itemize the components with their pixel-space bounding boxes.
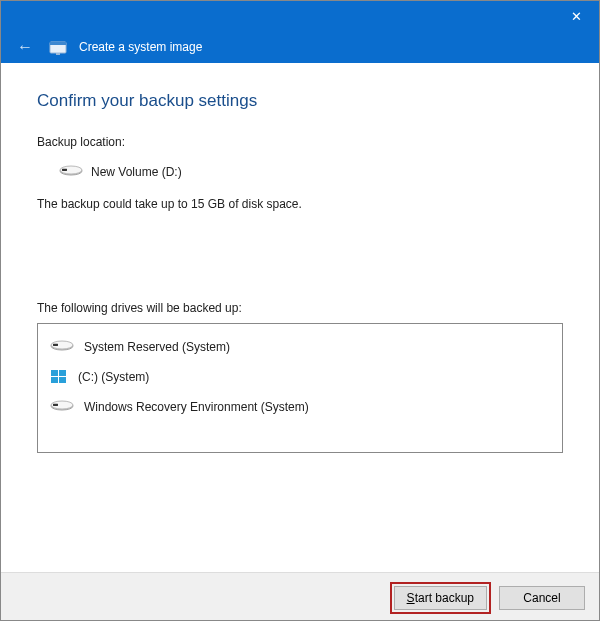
svg-rect-5 xyxy=(62,169,67,171)
drives-list-label: The following drives will be backed up: xyxy=(37,301,563,315)
content-area: Confirm your backup settings Backup loca… xyxy=(1,63,599,572)
drive-label: Windows Recovery Environment (System) xyxy=(84,400,309,414)
svg-rect-2 xyxy=(56,53,60,55)
drive-label: (C:) (System) xyxy=(78,370,149,384)
wizard-title: Create a system image xyxy=(79,40,202,54)
backup-location-name: New Volume (D:) xyxy=(91,165,182,179)
svg-rect-12 xyxy=(59,377,66,383)
drives-list: System Reserved (System) (C:) (System) xyxy=(37,323,563,453)
svg-rect-10 xyxy=(59,370,66,376)
backup-location-row: New Volume (D:) xyxy=(37,163,563,181)
wizard-header: ← Create a system image xyxy=(1,31,599,63)
disk-icon xyxy=(59,163,83,181)
disk-icon xyxy=(50,398,74,416)
close-button[interactable]: ✕ xyxy=(554,1,599,31)
svg-rect-9 xyxy=(51,370,58,376)
close-icon: ✕ xyxy=(571,9,582,24)
drive-label: System Reserved (System) xyxy=(84,340,230,354)
drive-row: Windows Recovery Environment (System) xyxy=(48,392,552,422)
drive-row: System Reserved (System) xyxy=(48,332,552,362)
disk-icon xyxy=(50,338,74,356)
svg-rect-15 xyxy=(53,404,58,406)
start-backup-button[interactable]: Start backup xyxy=(394,586,487,610)
wizard-icon xyxy=(49,38,67,56)
windows-logo-icon xyxy=(50,368,68,386)
titlebar: ✕ xyxy=(1,1,599,31)
start-backup-highlight: Start backup xyxy=(390,582,491,614)
cancel-button[interactable]: Cancel xyxy=(499,586,585,610)
backup-location-label: Backup location: xyxy=(37,135,563,149)
page-heading: Confirm your backup settings xyxy=(37,91,563,111)
drive-row: (C:) (System) xyxy=(48,362,552,392)
backup-size-note: The backup could take up to 15 GB of dis… xyxy=(37,197,563,211)
svg-rect-1 xyxy=(50,42,66,45)
footer-bar: Start backup Cancel xyxy=(1,572,599,621)
back-arrow-icon: ← xyxy=(17,38,33,55)
svg-rect-8 xyxy=(53,344,58,346)
svg-rect-11 xyxy=(51,377,58,383)
back-button[interactable]: ← xyxy=(13,38,37,56)
